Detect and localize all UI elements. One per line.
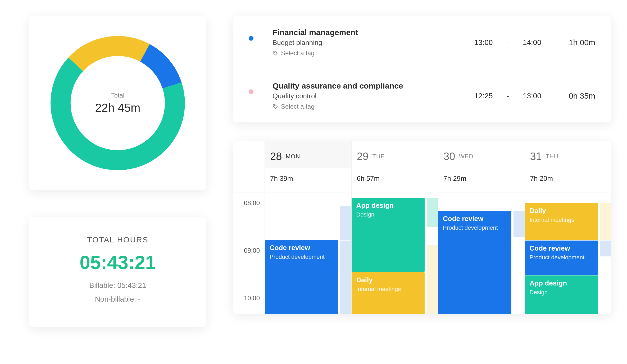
time-label: 10:00 bbox=[244, 294, 260, 302]
total-hours-title: TOTAL HOURS bbox=[40, 235, 196, 244]
donut-total-label: Total bbox=[111, 92, 125, 99]
total-hours-card: TOTAL HOURS 05:43:21 Billable: 05:43:21 … bbox=[29, 217, 206, 327]
entry-title: Quality assurance and compliance bbox=[272, 81, 463, 90]
event-title: Code review bbox=[270, 244, 333, 252]
calendar-time-column: 08:00 09:00 10:00 bbox=[233, 192, 265, 314]
calendar-day-total: 7h 20m bbox=[525, 168, 611, 192]
time-label: 08:00 bbox=[244, 199, 260, 207]
calendar-event[interactable]: App design Design bbox=[352, 198, 425, 272]
non-billable-value: Non-billable: - bbox=[40, 295, 196, 303]
calendar-day-column[interactable]: App design Design Daily Internal meeting… bbox=[351, 192, 438, 314]
event-title: Daily bbox=[530, 207, 593, 215]
calendar-event[interactable]: App design Design bbox=[525, 275, 598, 314]
entry-end-time[interactable]: 14:00 bbox=[519, 38, 545, 47]
calendar-event[interactable]: Daily Internal meetings bbox=[525, 203, 598, 240]
event-title: Code review bbox=[443, 215, 507, 223]
svg-point-3 bbox=[274, 52, 274, 52]
calendar-day-dow: MON bbox=[286, 153, 300, 160]
entry-start-time[interactable]: 13:00 bbox=[471, 38, 497, 47]
calendar-event-stripe bbox=[514, 211, 525, 237]
donut-total-value: 22h 45m bbox=[95, 101, 140, 114]
event-title: App design bbox=[530, 279, 593, 287]
entry-start-time[interactable]: 12:25 bbox=[471, 92, 497, 100]
calendar-event-stripe bbox=[427, 245, 438, 314]
event-subtitle: Product development bbox=[443, 224, 507, 231]
entry-subtitle: Budget planning bbox=[272, 39, 463, 47]
event-subtitle: Design bbox=[530, 289, 593, 296]
time-label: 09:00 bbox=[244, 247, 260, 254]
calendar-day-dow: WED bbox=[459, 153, 473, 160]
entry-project-dot bbox=[249, 36, 253, 41]
calendar-day-dow: TUE bbox=[372, 153, 385, 160]
calendar-day-total: 6h 57m bbox=[351, 168, 438, 192]
calendar-day-total: 7h 39m bbox=[265, 168, 351, 192]
entry-end-time[interactable]: 13:00 bbox=[519, 92, 545, 100]
billable-value: Billable: 05:43:21 bbox=[40, 281, 196, 290]
calendar-day-column[interactable]: Daily Internal meetings Code review Prod… bbox=[525, 192, 611, 314]
calendar-day-dow: THU bbox=[546, 153, 558, 160]
calendar-day-column[interactable]: Code review Product development bbox=[438, 192, 525, 314]
tag-icon bbox=[272, 104, 278, 109]
entry-duration: 1h 00m bbox=[553, 38, 595, 47]
time-entry-row[interactable]: Financial management Budget planning Sel… bbox=[233, 16, 611, 69]
time-entry-row[interactable]: Quality assurance and compliance Quality… bbox=[233, 69, 611, 122]
entry-title: Financial management bbox=[272, 28, 463, 37]
calendar-event[interactable]: Code review Product development bbox=[525, 241, 598, 275]
calendar-event-stripe bbox=[600, 203, 611, 240]
entry-tag-selector[interactable]: Select a tag bbox=[272, 49, 463, 57]
calendar-day-header[interactable]: 31 THU bbox=[525, 141, 611, 168]
svg-point-4 bbox=[274, 105, 274, 106]
entry-project-dot bbox=[249, 89, 253, 94]
calendar-day-column[interactable]: Code review Product development bbox=[265, 192, 351, 314]
calendar-event-stripe bbox=[427, 198, 438, 227]
event-subtitle: Internal meetings bbox=[530, 216, 593, 223]
calendar-event[interactable]: Code review Product development bbox=[265, 240, 338, 314]
event-title: Code review bbox=[530, 244, 593, 252]
calendar-event[interactable]: Code review Product development bbox=[438, 211, 511, 314]
time-entries-card: Financial management Budget planning Sel… bbox=[233, 16, 611, 122]
event-title: App design bbox=[356, 201, 420, 210]
donut-chart: Total 22h 45m bbox=[46, 32, 189, 174]
event-subtitle: Design bbox=[356, 211, 420, 218]
calendar-day-header[interactable]: 29 TUE bbox=[351, 141, 438, 168]
calendar-day-number: 30 bbox=[443, 150, 455, 162]
calendar-card: 28 MON 29 TUE 30 WED 31 THU 7h 39m 6h 57… bbox=[233, 141, 611, 314]
entry-tag-placeholder: Select a tag bbox=[281, 103, 315, 110]
entry-dash: - bbox=[505, 92, 511, 100]
calendar-event-stripe bbox=[340, 206, 351, 240]
entry-dash: - bbox=[505, 38, 511, 47]
calendar-day-number: 29 bbox=[357, 150, 369, 162]
entry-tag-selector[interactable]: Select a tag bbox=[272, 103, 463, 110]
entry-subtitle: Quality control bbox=[272, 92, 463, 100]
total-hours-value: 05:43:21 bbox=[40, 252, 196, 273]
calendar-day-total: 7h 29m bbox=[438, 168, 525, 192]
event-title: Daily bbox=[356, 276, 420, 284]
calendar-event-stripe bbox=[340, 241, 351, 314]
total-time-donut-card: Total 22h 45m bbox=[29, 16, 206, 190]
event-subtitle: Product development bbox=[270, 254, 333, 260]
calendar-day-header[interactable]: 30 WED bbox=[438, 141, 525, 168]
calendar-event[interactable]: Daily Internal meetings bbox=[352, 272, 425, 314]
event-subtitle: Internal meetings bbox=[356, 286, 420, 293]
entry-duration: 0h 35m bbox=[553, 91, 595, 100]
calendar-day-number: 28 bbox=[270, 150, 282, 162]
calendar-day-header[interactable]: 28 MON bbox=[265, 141, 351, 168]
calendar-day-number: 31 bbox=[530, 150, 542, 162]
event-subtitle: Product development bbox=[530, 254, 593, 261]
calendar-event-stripe bbox=[600, 241, 611, 256]
entry-tag-placeholder: Select a tag bbox=[281, 49, 315, 57]
tag-icon bbox=[272, 50, 278, 56]
